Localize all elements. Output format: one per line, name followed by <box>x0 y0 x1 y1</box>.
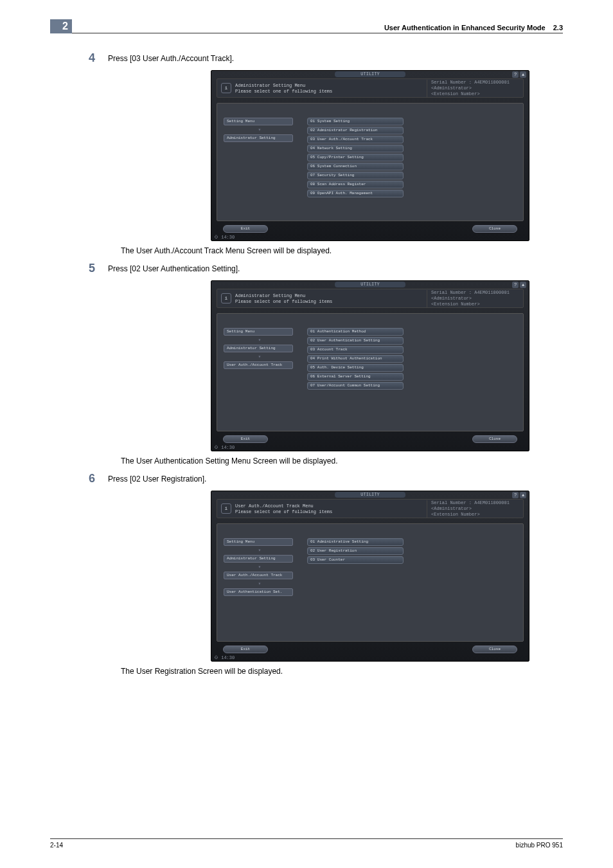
menu-item-06[interactable]: 06 System Connection <box>307 163 404 170</box>
serial-label: Serial Number <box>431 500 466 505</box>
screenshot-meta: Serial Number : A4EM011000001 <Administr… <box>427 80 523 97</box>
clock-icon: ⏲ 14:30 <box>214 445 235 450</box>
close-button[interactable]: Close <box>472 225 517 233</box>
step-4-caption: The User Auth./Account Track Menu Screen… <box>121 246 563 255</box>
footer-page-number: 2-14 <box>50 842 63 849</box>
menu-item-01[interactable]: 01 System Setting <box>307 118 404 125</box>
breadcrumb-item[interactable]: User Auth./Account Track <box>224 572 293 579</box>
header-section: 2.3 <box>553 24 563 32</box>
page-footer: 2-14 bizhub PRO 951 <box>50 838 563 849</box>
help-icon[interactable]: ? <box>512 492 519 498</box>
screenshot-admin-setting-menu: UTILITY ? ▲ i Administrator Setting Menu… <box>211 70 529 241</box>
screenshot-user-auth-menu: UTILITY ? ▲ i Administrator Setting Menu… <box>211 280 529 451</box>
menu-item-06[interactable]: 06 External Server Setting <box>307 373 404 381</box>
menu-item-02[interactable]: 02 User Authentication Setting <box>307 337 404 345</box>
step-6: 6 Press [02 User Registration]. <box>50 472 563 485</box>
step-text: Press [02 User Registration]. <box>108 472 206 484</box>
exit-button[interactable]: Exit <box>223 435 268 443</box>
menu-item-05[interactable]: 05 Copy/Printer Setting <box>307 154 404 161</box>
menu-item-04[interactable]: 04 Print Without Authentication <box>307 355 404 363</box>
step-5: 5 Press [02 User Authentication Setting]… <box>50 262 563 275</box>
header-title: User Authentication in Enhanced Security… <box>384 24 546 32</box>
eject-icon[interactable]: ▲ <box>520 71 526 78</box>
clock-icon: ⏲ 14:30 <box>214 235 235 240</box>
screenshot-footer: Exit Close <box>223 225 517 233</box>
menu-item-01[interactable]: 01 Authentication Method <box>307 328 404 336</box>
menu-list: 01 Authentication Method 02 User Authent… <box>307 328 404 390</box>
info-icon: i <box>221 293 231 303</box>
footer-product: bizhub PRO 951 <box>516 842 563 849</box>
menu-list: 01 System Setting 02 Administrator Regis… <box>307 118 404 197</box>
clock-time: 14:30 <box>221 445 235 450</box>
eject-icon[interactable]: ▲ <box>520 492 526 498</box>
title-line2: Please select one of following items <box>235 299 332 304</box>
screenshot-title: Administrator Setting Menu Please select… <box>235 82 427 95</box>
serial-label: Serial Number <box>431 80 466 85</box>
menu-list: 01 Administrative Setting 02 User Regist… <box>307 538 404 564</box>
screenshot-header: i Administrator Setting Menu Please sele… <box>217 289 524 308</box>
serial-value: A4EM011000001 <box>474 290 510 295</box>
clock-time: 14:30 <box>221 655 235 660</box>
menu-item-05[interactable]: 05 Auth. Device Setting <box>307 364 404 372</box>
screenshot-footer: Exit Close <box>223 646 517 653</box>
close-button[interactable]: Close <box>472 646 517 653</box>
breadcrumb-item[interactable]: Setting Menu <box>224 538 293 546</box>
screenshot-title: User Auth./Account Track Menu Please sel… <box>235 503 427 515</box>
close-button[interactable]: Close <box>472 435 517 443</box>
menu-item-03[interactable]: 03 User Counter <box>307 556 404 564</box>
screenshot-topbar: UTILITY <box>211 281 529 287</box>
ext-label: <Extension Number> <box>431 512 480 517</box>
title-line1: User Auth./Account Track Menu <box>235 503 314 509</box>
step-number: 4 <box>50 51 108 65</box>
serial-value: A4EM011000001 <box>474 80 510 85</box>
screenshot-body: Setting Menu ▾ Administrator Setting 01 … <box>217 103 524 221</box>
step-text: Press [02 User Authentication Setting]. <box>108 262 240 273</box>
corner-icons: ? ▲ <box>512 492 526 498</box>
breadcrumb: Setting Menu ▾ Administrator Setting <box>224 118 293 142</box>
breadcrumb-item[interactable]: Setting Menu <box>224 118 293 125</box>
chapter-tab: 2 <box>50 19 72 33</box>
step-number: 5 <box>50 262 108 275</box>
screenshot-user-auth-setting-menu: UTILITY ? ▲ i User Auth./Account Track M… <box>211 491 529 662</box>
exit-button[interactable]: Exit <box>223 646 268 653</box>
breadcrumb-item[interactable]: User Authentication Set. <box>224 588 293 596</box>
menu-item-03[interactable]: 03 User Auth./Account Track <box>307 136 404 143</box>
menu-item-08[interactable]: 08 Scan Address Register <box>307 181 404 188</box>
breadcrumb-item[interactable]: Administrator Setting <box>224 134 293 142</box>
step-6-caption: The User Registration Screen will be dis… <box>121 667 563 676</box>
menu-item-03[interactable]: 03 Account Track <box>307 346 404 354</box>
title-line1: Administrator Setting Menu <box>235 83 305 88</box>
clock-time: 14:30 <box>221 235 235 240</box>
help-icon[interactable]: ? <box>512 71 519 78</box>
chevron-down-icon: ▾ <box>224 355 293 359</box>
help-icon[interactable]: ? <box>512 282 519 288</box>
admin-label: <Administrator> <box>431 506 472 511</box>
breadcrumb-item[interactable]: User Auth./Account Track <box>224 361 293 369</box>
chevron-down-icon: ▾ <box>224 128 293 132</box>
breadcrumb-item[interactable]: Administrator Setting <box>224 345 293 352</box>
screenshot-header: i Administrator Setting Menu Please sele… <box>217 78 524 98</box>
screenshot-body: Setting Menu ▾ Administrator Setting ▾ U… <box>217 523 524 642</box>
menu-item-07[interactable]: 07 Security Setting <box>307 172 404 179</box>
chevron-down-icon: ▾ <box>224 565 293 569</box>
ext-label: <Extension Number> <box>431 91 480 96</box>
menu-item-09[interactable]: 09 OpenAPI Auth. Management <box>307 190 404 197</box>
info-icon: i <box>221 83 231 93</box>
title-line2: Please select one of following items <box>235 509 332 514</box>
menu-item-07[interactable]: 07 User/Account Common Setting <box>307 382 404 390</box>
menu-item-02[interactable]: 02 Administrator Registration <box>307 127 404 134</box>
ext-label: <Extension Number> <box>431 302 480 307</box>
eject-icon[interactable]: ▲ <box>520 282 526 288</box>
step-5-caption: The User Authentication Setting Menu Scr… <box>121 457 563 466</box>
menu-item-01[interactable]: 01 Administrative Setting <box>307 538 404 546</box>
corner-icons: ? ▲ <box>512 282 526 288</box>
step-text: Press [03 User Auth./Account Track]. <box>108 51 234 63</box>
breadcrumb-item[interactable]: Administrator Setting <box>224 555 293 563</box>
chevron-down-icon: ▾ <box>224 548 293 552</box>
exit-button[interactable]: Exit <box>223 225 268 233</box>
menu-item-02[interactable]: 02 User Registration <box>307 547 404 555</box>
breadcrumb-item[interactable]: Setting Menu <box>224 328 293 336</box>
menu-item-04[interactable]: 04 Network Setting <box>307 145 404 152</box>
screenshot-body: Setting Menu ▾ Administrator Setting ▾ U… <box>217 313 524 431</box>
utility-pill: UTILITY <box>335 71 405 77</box>
